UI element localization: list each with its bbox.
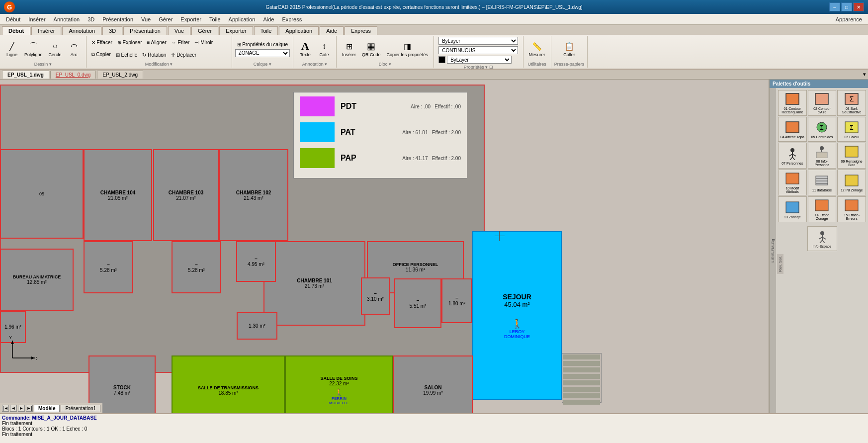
ribbon-tab-d[interactable]: 3D [102, 26, 122, 35]
legend-code-pat: PAT [341, 128, 396, 137]
line-button[interactable]: ╱Ligne [3, 39, 21, 59]
model-tab[interactable]: Modèle [34, 405, 60, 412]
doc-tab-3[interactable]: EP_USL_2.dwg [97, 71, 143, 79]
palette-database[interactable]: 11 dataBase [808, 170, 837, 195]
props-expand-icon[interactable]: ⊡ [489, 65, 493, 70]
doc-tab-1[interactable]: EP_USL_1.dwg [2, 71, 49, 79]
menu-item-toile[interactable]: Toile [205, 15, 225, 23]
palette-efface-erreurs[interactable]: 15 Efface-Erreurs [837, 196, 866, 222]
copier-props-button[interactable]: ◨Copier les propriétés [384, 39, 431, 59]
props-calque-button[interactable]: ⊞ Propriétés du calque [235, 41, 290, 48]
tiny1-area: 1.30 m² [249, 323, 265, 329]
miroir-button[interactable]: ⊣ Miroir [192, 39, 215, 46]
mesurer-button[interactable]: 📏Mesurer [526, 39, 548, 59]
maximize-button[interactable]: □ [841, 2, 852, 11]
ribbon-tab-application[interactable]: Application [279, 26, 319, 35]
palette-surf-soustractive[interactable]: Σ 03 Surf. Soustractive [837, 90, 866, 116]
echelle-button[interactable]: ⊞ Echelle [114, 51, 140, 59]
svg-text:Σ: Σ [850, 124, 853, 131]
palette-info-personne[interactable]: 08 Info-Personne [808, 143, 837, 169]
menu-item-apparence[interactable]: Apparence [832, 15, 866, 23]
palette-ini-zonage[interactable]: 12 INI Zonage [837, 170, 866, 195]
qr-button[interactable]: ▦QR Code [359, 39, 383, 59]
palette-renseigne-bloc[interactable]: 09 Renseigne Bloc [837, 143, 866, 169]
inserer-button[interactable]: ⊞Insérer [340, 39, 358, 59]
linetype-dropdown[interactable]: ByLayer [438, 37, 518, 45]
ribbon-group-dessin: ╱Ligne ⌒Polyligne ○Cercle ◠Arc Dessin ▾ [0, 36, 87, 68]
contour-aire-icon [814, 92, 830, 106]
palette-modif-attributs[interactable]: 10 Modif Attributs [778, 170, 807, 195]
continuous-dropdown[interactable]: CONTINUOUS [438, 46, 518, 54]
room-name-102: CHAMBRE 102 [236, 190, 271, 195]
menu-item-exporter[interactable]: Exporter [176, 15, 205, 23]
info-personne-icon [814, 145, 830, 159]
cote-button[interactable]: ↕Cote [315, 39, 333, 59]
titlebar: G GstarCAD 2015 Professionnel(La période… [0, 0, 868, 14]
palette-efface-zonage[interactable]: 14 Efface Zonage [808, 196, 837, 222]
tab-scroll-btn[interactable]: ▾ [863, 71, 866, 78]
menu-item-express[interactable]: Express [278, 15, 306, 23]
minimize-button[interactable]: – [829, 2, 840, 11]
calcul-label: 06 Calcul [845, 135, 859, 139]
coller-button[interactable]: 📋Coller [560, 39, 578, 59]
nav-left2[interactable]: ◄ [10, 405, 17, 412]
palette-contour-rect[interactable]: 01 Contour Rectangulaire [778, 90, 807, 116]
palette-affiche-topo[interactable]: 04 Affiche Topo [778, 117, 807, 142]
calque-dropdown[interactable]: ZONAGE [235, 49, 290, 57]
nav-right1[interactable]: ► [18, 405, 25, 412]
svg-rect-10 [786, 122, 799, 133]
small6-area: 1.80 m² [448, 301, 465, 306]
circle-button[interactable]: ○Cercle [46, 39, 64, 59]
room-name-sejour: SEJOUR [503, 293, 531, 301]
room-bureau: BUREAU ANIMATRICE 12.85 m² [0, 249, 74, 311]
ribbon-tab-prsentation[interactable]: Présentation [123, 26, 167, 35]
affiche-topo-icon [784, 120, 800, 134]
app-icon: G [4, 1, 15, 12]
ribbon-tab-dbut[interactable]: Début [2, 26, 30, 35]
palette-side-label: LIRIS-FM-Gg [770, 88, 776, 413]
palette-personnes[interactable]: 07 Personnes [778, 143, 807, 169]
palette-calcul[interactable]: Σ 06 Calcul [837, 117, 866, 142]
ribbon-tab-express[interactable]: Express [345, 26, 377, 35]
menu-item-g-rer[interactable]: Gérer [155, 15, 176, 23]
ribbon-tab-aide[interactable]: Aide [320, 26, 344, 35]
menu-item--d[interactable]: 3D [84, 15, 98, 23]
palette-contour-aire[interactable]: 02 Contour d'Aire [808, 90, 837, 116]
legend-stats-pat: Aire : 61.81 Effectif : 2.00 [402, 130, 461, 135]
polyline-button[interactable]: ⌒Polyligne [22, 39, 45, 59]
palette-centroides[interactable]: Σ 05 Centroides [808, 117, 837, 142]
nav-left1[interactable]: |◄ [2, 405, 9, 412]
menu-item-pr-sentation[interactable]: Présentation [98, 15, 137, 23]
canvas-area[interactable]: PDT Aire : .00 Effectif : .00 PAT Aire :… [0, 80, 769, 413]
effacer-button[interactable]: ✕ Effacer [89, 39, 114, 46]
menu-item-application[interactable]: Application [225, 15, 260, 23]
texte-button[interactable]: ATexte [296, 39, 314, 59]
menu-item-d-but[interactable]: Début [2, 15, 24, 23]
exploser-button[interactable]: ⊕ Exploser [115, 39, 144, 46]
presentation-tab[interactable]: Présentation1 [61, 405, 100, 412]
lineweight-dropdown[interactable]: ByLayer [447, 56, 512, 64]
copier-button[interactable]: ⧉ Copier [89, 51, 113, 59]
menu-item-aide[interactable]: Aide [259, 15, 278, 23]
ribbon-tab-annotation[interactable]: Annotation [62, 26, 101, 35]
ribbon-tab-vue[interactable]: Vue [168, 26, 190, 35]
ribbon-tab-exporter[interactable]: Exporter [219, 26, 253, 35]
palette-info-espace[interactable]: Info-Espace [807, 226, 837, 251]
arc-button[interactable]: ◠Arc [65, 39, 83, 59]
doc-tab-2[interactable]: EP_USL_0.dwg [50, 71, 96, 79]
palette-zonage[interactable]: 13 Zonage [778, 196, 807, 222]
palette-grid-wrapper: 01 Contour Rectangulaire 02 Contour d'Ai… [776, 88, 868, 413]
etirer-button[interactable]: ↔ Etirer [170, 39, 192, 46]
ribbon-tab-grer[interactable]: Gérer [191, 26, 218, 35]
menu-item-vue[interactable]: Vue [137, 15, 155, 23]
aligner-button[interactable]: ≡ Aligner [145, 39, 169, 46]
ribbon-tab-toile[interactable]: Toile [254, 26, 278, 35]
ribbon-tab-insrer[interactable]: Insérer [31, 26, 61, 35]
deplacer-button[interactable]: ✛ Déplacer [169, 51, 198, 59]
menu-item-ins-rer[interactable]: Insérer [24, 15, 49, 23]
close-button[interactable]: ✕ [853, 2, 864, 11]
nav-right2[interactable]: ►| [26, 405, 33, 412]
rotation-button[interactable]: ↻ Rotation [140, 51, 168, 59]
menu-item-annotation[interactable]: Annotation [50, 15, 84, 23]
small5-area: 5.51 m² [410, 303, 427, 309]
